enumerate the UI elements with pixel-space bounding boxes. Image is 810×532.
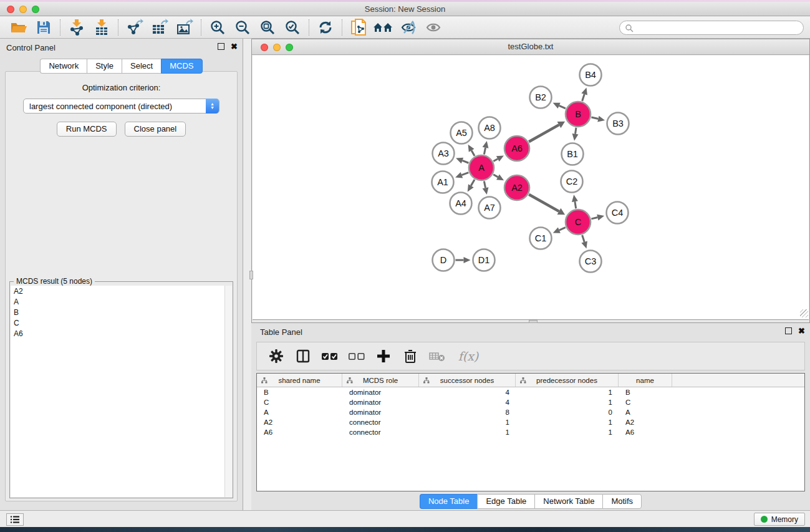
- graph-node-A5[interactable]: A5: [451, 122, 473, 144]
- graph-node-A8[interactable]: A8: [479, 117, 501, 139]
- graph-edge-C-C3[interactable]: [582, 235, 585, 242]
- graph-edge-B-B4[interactable]: [582, 94, 585, 101]
- tab-edge-table[interactable]: Edge Table: [477, 494, 534, 509]
- cell-predecessor-nodes[interactable]: 1: [516, 397, 619, 407]
- table-settings-button[interactable]: [266, 346, 287, 366]
- search-input[interactable]: [634, 24, 789, 32]
- graph-node-A[interactable]: A: [469, 155, 494, 180]
- graph-node-B3[interactable]: B3: [607, 113, 629, 135]
- cell-shared-name[interactable]: B: [257, 387, 342, 397]
- table-row[interactable]: B dominator 4 1 B: [257, 387, 804, 397]
- list-item[interactable]: A: [11, 296, 224, 307]
- zoom-in-button[interactable]: [205, 18, 230, 37]
- graph-node-B[interactable]: B: [566, 102, 591, 127]
- list-item[interactable]: B: [11, 307, 224, 317]
- save-session-button[interactable]: [31, 18, 56, 37]
- result-list-scrollbar[interactable]: [224, 286, 232, 497]
- splitter-handle-left[interactable]: [249, 271, 253, 279]
- tab-style[interactable]: Style: [87, 59, 122, 74]
- graph-node-A6[interactable]: A6: [504, 136, 529, 161]
- graph-edge-B-B1[interactable]: [576, 128, 576, 134]
- column-header-successor-nodes[interactable]: successor nodes: [419, 374, 516, 387]
- graph-node-C1[interactable]: C1: [530, 228, 552, 249]
- cell-mcds-role[interactable]: connector: [342, 427, 419, 437]
- graph-node-D[interactable]: D: [433, 249, 455, 271]
- cell-name[interactable]: A: [619, 407, 672, 417]
- graph-node-C3[interactable]: C3: [580, 251, 602, 273]
- export-table-button[interactable]: [147, 18, 172, 37]
- cell-shared-name[interactable]: A: [257, 407, 342, 417]
- graph-node-B1[interactable]: B1: [562, 143, 584, 165]
- graph-edge-A-A6[interactable]: [493, 159, 498, 162]
- cell-name[interactable]: A2: [619, 417, 672, 427]
- open-file-button[interactable]: [6, 18, 31, 37]
- cell-predecessor-nodes[interactable]: 1: [516, 387, 619, 397]
- cell-successor-nodes[interactable]: 1: [419, 417, 516, 427]
- cell-name[interactable]: C: [619, 397, 672, 407]
- resize-grip-icon[interactable]: [800, 309, 808, 317]
- deselect-all-button[interactable]: [346, 346, 367, 366]
- cell-successor-nodes[interactable]: 4: [419, 387, 516, 397]
- cell-shared-name[interactable]: A6: [257, 427, 342, 437]
- graph-edge-A-A1[interactable]: [461, 173, 468, 175]
- table-row[interactable]: A dominator 8 0 A: [257, 407, 804, 417]
- cell-mcds-role[interactable]: dominator: [342, 387, 419, 397]
- graph-edge-B-B3[interactable]: [591, 117, 598, 119]
- cell-predecessor-nodes[interactable]: 1: [516, 427, 619, 437]
- graph-edge-C-C2[interactable]: [575, 201, 576, 208]
- column-header-name[interactable]: name: [619, 374, 672, 387]
- show-all-button[interactable]: [421, 18, 446, 37]
- graph-node-A2[interactable]: A2: [504, 175, 529, 200]
- list-item[interactable]: A6: [11, 328, 224, 339]
- float-panel-icon[interactable]: [218, 43, 224, 50]
- delete-table-button[interactable]: [427, 346, 448, 366]
- criterion-dropdown[interactable]: largest connected component (directed) ▲…: [23, 99, 219, 114]
- cell-successor-nodes[interactable]: 8: [419, 407, 516, 417]
- table-row[interactable]: A2 connector 1 1 A2: [257, 417, 804, 427]
- graph-edge-B-B2[interactable]: [559, 105, 566, 109]
- cell-successor-nodes[interactable]: 1: [419, 427, 516, 437]
- home-button[interactable]: [371, 18, 396, 37]
- graph-node-A1[interactable]: A1: [432, 172, 454, 193]
- memory-button[interactable]: Memory: [754, 513, 805, 526]
- graph-node-C[interactable]: C: [566, 210, 591, 235]
- close-panel-button[interactable]: Close panel: [125, 122, 186, 137]
- cell-shared-name[interactable]: C: [257, 397, 342, 407]
- hide-selected-button[interactable]: [396, 18, 421, 37]
- graph-node-A7[interactable]: A7: [479, 197, 501, 219]
- delete-column-button[interactable]: [400, 346, 421, 366]
- float-table-panel-icon[interactable]: [785, 327, 792, 334]
- cell-mcds-role[interactable]: dominator: [342, 407, 419, 417]
- tab-node-table[interactable]: Node Table: [420, 494, 478, 509]
- import-table-button[interactable]: [89, 18, 114, 37]
- show-panel-list-button[interactable]: [6, 513, 24, 526]
- split-table-button[interactable]: [292, 346, 314, 366]
- graph-node-C4[interactable]: C4: [607, 202, 629, 224]
- export-network-button[interactable]: [122, 18, 147, 37]
- table-row[interactable]: C dominator 4 1 C: [257, 397, 804, 407]
- graph-edge-A-A2[interactable]: [493, 175, 498, 177]
- cell-successor-nodes[interactable]: 4: [419, 397, 516, 407]
- graph-edge-A6-B[interactable]: [529, 125, 559, 142]
- graph-edge-A-A8[interactable]: [484, 148, 485, 155]
- duplicate-network-button[interactable]: [346, 18, 371, 37]
- cell-predecessor-nodes[interactable]: 1: [516, 417, 619, 427]
- table-row[interactable]: A6 connector 1 1 A6: [257, 427, 804, 437]
- import-network-button[interactable]: [64, 18, 89, 37]
- close-panel-icon[interactable]: ✖: [231, 43, 238, 50]
- cell-name[interactable]: B: [619, 387, 672, 397]
- run-mcds-button[interactable]: Run MCDS: [57, 122, 117, 137]
- cell-shared-name[interactable]: A2: [257, 417, 342, 427]
- export-image-button[interactable]: [172, 18, 197, 37]
- node-table[interactable]: shared name MCDS role successor nodes pr…: [256, 373, 805, 491]
- graph-node-A4[interactable]: A4: [450, 193, 472, 215]
- network-canvas[interactable]: B4B2BB3A8A5A6A3B1AA1C2A2A4A7C4CC1C3DD1: [253, 56, 809, 320]
- column-header-predecessor-nodes[interactable]: predecessor nodes: [516, 374, 619, 387]
- select-all-button[interactable]: [319, 346, 340, 366]
- graph-node-D1[interactable]: D1: [473, 249, 495, 271]
- tab-select[interactable]: Select: [122, 59, 161, 74]
- column-header-shared-name[interactable]: shared name: [257, 374, 342, 387]
- cell-predecessor-nodes[interactable]: 0: [516, 407, 619, 417]
- tab-mcds[interactable]: MCDS: [161, 59, 202, 74]
- mcds-result-list[interactable]: A2 A B C A6: [11, 286, 224, 497]
